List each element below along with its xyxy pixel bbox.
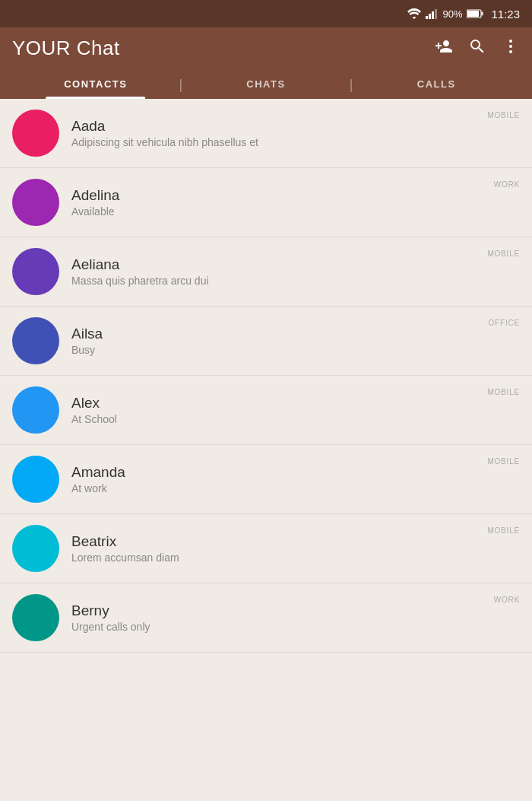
clock-time: 11:23 <box>491 8 520 21</box>
contact-info: AilsaBusy <box>71 326 520 356</box>
svg-rect-5 <box>482 12 483 16</box>
contact-item[interactable]: AilsaBusyOFFICE <box>0 307 532 376</box>
tab-calls[interactable]: CALLS <box>353 69 520 99</box>
contact-name: Berny <box>71 602 520 619</box>
contact-item[interactable]: BernyUrgent calls onlyWORK <box>0 583 532 653</box>
contact-avatar <box>12 179 59 226</box>
contact-status: Busy <box>71 344 520 356</box>
contact-item[interactable]: AmandaAt workMOBILE <box>0 445 532 514</box>
contact-list: AadaAdipiscing sit vehicula nibh phasell… <box>0 99 532 653</box>
contact-name: Adelina <box>71 187 520 204</box>
search-icon[interactable] <box>468 37 486 60</box>
contact-item[interactable]: AlexAt SchoolMOBILE <box>0 376 532 445</box>
contact-type-badge: MOBILE <box>487 457 520 466</box>
svg-rect-1 <box>429 14 431 19</box>
contact-item[interactable]: AdelinaAvailableWORK <box>0 168 532 237</box>
contact-name: Aeliana <box>71 256 520 273</box>
contact-name: Amanda <box>71 464 520 481</box>
svg-rect-3 <box>435 9 437 19</box>
svg-point-7 <box>509 40 512 43</box>
contact-type-badge: MOBILE <box>487 526 520 535</box>
contact-info: BernyUrgent calls only <box>71 602 520 633</box>
contact-info: BeatrixLorem accumsan diam <box>71 533 520 564</box>
contact-item[interactable]: BeatrixLorem accumsan diamMOBILE <box>0 514 532 583</box>
svg-point-9 <box>509 50 512 53</box>
contact-status: At work <box>71 482 520 494</box>
contact-type-badge: MOBILE <box>487 111 520 119</box>
header-icons <box>435 37 520 60</box>
contact-avatar <box>12 525 59 572</box>
contact-info: AdelinaAvailable <box>71 187 520 218</box>
contact-avatar <box>12 248 59 295</box>
contact-info: AlexAt School <box>71 395 520 425</box>
contact-name: Ailsa <box>71 326 520 342</box>
svg-point-8 <box>509 45 512 48</box>
contact-item[interactable]: AadaAdipiscing sit vehicula nibh phasell… <box>0 99 532 168</box>
svg-rect-0 <box>426 16 428 19</box>
contact-status: Lorem accumsan diam <box>71 551 520 564</box>
contact-info: AelianaMassa quis pharetra arcu dui <box>71 256 520 287</box>
svg-rect-2 <box>432 11 434 19</box>
contact-info: AadaAdipiscing sit vehicula nibh phasell… <box>71 118 520 148</box>
contact-status: Adipiscing sit vehicula nibh phasellus e… <box>71 136 520 148</box>
contact-type-badge: WORK <box>494 180 520 189</box>
signal-icon <box>426 8 438 19</box>
wifi-icon <box>407 8 421 19</box>
app-title: YOUR Chat <box>12 37 120 60</box>
tab-contacts[interactable]: CONTACTS <box>12 69 179 99</box>
status-bar: 90% 11:23 <box>0 0 532 27</box>
contact-avatar <box>12 317 59 364</box>
contact-status: Available <box>71 205 520 218</box>
battery-icon <box>467 9 483 18</box>
contact-type-badge: MOBILE <box>487 388 520 396</box>
contact-info: AmandaAt work <box>71 464 520 494</box>
contact-status: Urgent calls only <box>71 621 520 633</box>
contact-status: Massa quis pharetra arcu dui <box>71 275 520 287</box>
tab-bar: CONTACTS | CHATS | CALLS <box>12 69 520 99</box>
contact-avatar <box>12 110 59 157</box>
contact-item[interactable]: AelianaMassa quis pharetra arcu duiMOBIL… <box>0 237 532 307</box>
header-row: YOUR Chat <box>12 37 520 69</box>
add-person-icon[interactable] <box>435 37 453 60</box>
contact-name: Beatrix <box>71 533 520 550</box>
contact-avatar <box>12 594 59 641</box>
contact-avatar <box>12 386 59 434</box>
battery-percentage: 90% <box>442 8 462 20</box>
svg-rect-6 <box>467 11 479 17</box>
tab-chats[interactable]: CHATS <box>182 69 350 99</box>
contact-avatar <box>12 456 59 503</box>
contact-name: Aada <box>71 118 520 135</box>
contact-type-badge: WORK <box>494 596 520 604</box>
contact-type-badge: MOBILE <box>487 250 520 258</box>
status-icons: 90% 11:23 <box>407 8 520 21</box>
app-header: YOUR Chat <box>0 27 532 99</box>
contact-status: At School <box>71 413 520 425</box>
more-options-icon[interactable] <box>502 37 520 60</box>
contact-name: Alex <box>71 395 520 412</box>
contact-type-badge: OFFICE <box>489 319 520 327</box>
